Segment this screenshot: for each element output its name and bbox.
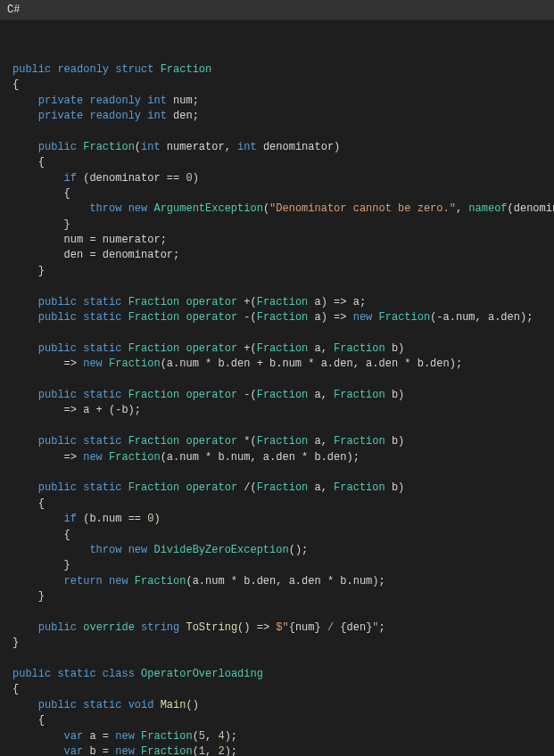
- code-language-header: C#: [0, 0, 554, 21]
- code-block: public readonly struct Fraction { privat…: [0, 21, 554, 756]
- language-label: C#: [7, 4, 20, 16]
